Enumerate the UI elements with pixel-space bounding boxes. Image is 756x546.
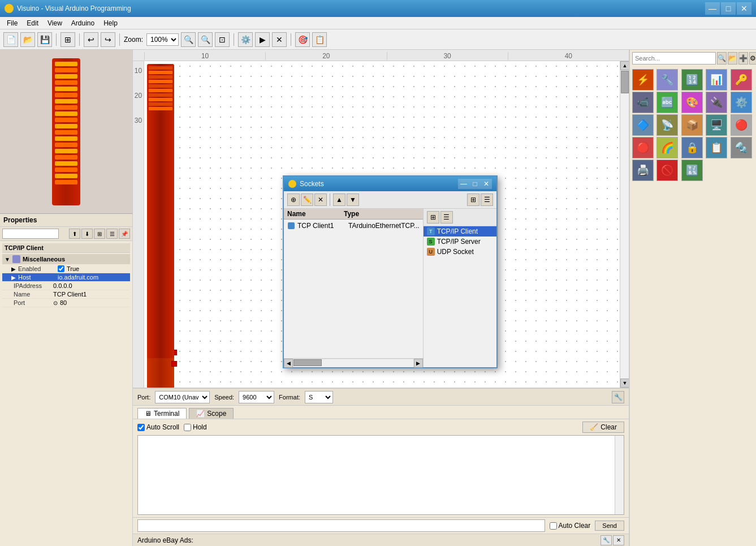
zoom-in-button[interactable]: 🔍 [198,32,213,47]
zoom-fit-button[interactable]: ⊡ [215,32,230,47]
comp-btn-15[interactable]: 🔴 [731,114,752,136]
comp-btn-22[interactable]: 🚫 [656,160,678,181]
prop-btn-2[interactable]: ⬇ [81,229,93,239]
filter-button[interactable]: 📂 [728,52,737,65]
prop-ipaddress[interactable]: IPAddress 0.0.0.0 [2,282,130,290]
tab-scope[interactable]: 📈 Scope [189,408,234,419]
comp-btn-13[interactable]: 📦 [681,114,703,136]
h-scroll-left[interactable]: ◀ [284,359,293,368]
comp-btn-3[interactable]: 🔢 [681,69,703,91]
comp-btn-21[interactable]: 🖨️ [632,160,654,181]
scrollbar-thumb[interactable] [621,71,629,93]
dialog-delete-btn[interactable]: ✕ [314,194,327,206]
zoom-select[interactable]: 50% 75% 100% 125% 150% 200% [146,33,179,46]
format-select[interactable]: S [305,391,333,403]
dialog-up-btn[interactable]: ▲ [333,194,345,206]
comp-btn-9[interactable]: 🔌 [706,92,727,113]
prop-section-misc[interactable]: ▼ Miscellaneous [2,254,130,264]
type-udp-socket[interactable]: U UDP Socket [424,247,496,257]
h-scroll-thumb[interactable] [293,359,322,366]
comp-btn-12[interactable]: 📡 [656,114,678,136]
prop-btn-1[interactable]: ⬆ [69,229,80,239]
prop-port[interactable]: Port ⊙ 80 [2,299,130,307]
prop-btn-3[interactable]: ⊞ [94,229,105,239]
dialog-item-1[interactable]: TCP Client1 TArduinoEthernetTCP... [285,221,422,231]
dialog-view1-btn[interactable]: ⊞ [467,194,479,206]
search-button[interactable]: 🔍 [717,52,727,65]
comp-btn-2[interactable]: 🔧 [656,69,678,91]
close-button[interactable]: ✕ [737,2,751,15]
menu-edit[interactable]: Edit [22,18,43,28]
menu-file[interactable]: File [2,18,22,28]
serial-input-field[interactable] [137,519,545,532]
prop-name[interactable]: Name TCP Client1 [2,290,130,299]
serial-output[interactable] [137,435,624,515]
serial-output-scrollbar[interactable] [615,436,624,514]
dialog-edit-btn[interactable]: ✏️ [301,194,313,206]
auto-clear-label[interactable]: Auto Clear [550,522,591,530]
prop-btn-4[interactable]: ☰ [106,229,118,239]
undo-button[interactable]: ↩ [84,32,98,47]
auto-clear-checkbox[interactable] [550,522,557,530]
comp-btn-6[interactable]: 📹 [632,92,654,113]
zoom-out-button[interactable]: 🔍 [181,32,196,47]
hold-label[interactable]: Hold [184,423,207,431]
h-scroll-right[interactable]: ▶ [414,359,423,368]
component-search-input[interactable] [632,52,716,65]
scroll-down-btn[interactable]: ▼ [620,379,629,388]
sockets-dialog[interactable]: Sockets — □ ✕ ⊕ ✏️ ✕ ▲ ▼ ⊞ ☰ Name Type [283,175,498,368]
dialog-down-btn[interactable]: ▼ [347,194,359,206]
dialog-add-btn[interactable]: ⊕ [287,194,300,206]
compile-button[interactable]: ⚙️ [238,32,253,47]
comp-btn-11[interactable]: 🔷 [632,114,654,136]
connector-2[interactable] [171,361,177,367]
comp-btn-14[interactable]: 🖥️ [706,114,727,136]
comp-btn-17[interactable]: 🌈 [656,137,678,158]
grid-button[interactable]: ⊞ [61,32,75,47]
delete-button[interactable]: ✕ [272,32,287,47]
minimize-button[interactable]: — [705,2,720,15]
dialog-view2-btn[interactable]: ☰ [481,194,493,206]
arduino-button[interactable]: 🎯 [295,32,310,47]
canvas-arduino-component[interactable] [147,64,174,358]
maximize-button[interactable]: □ [721,2,736,15]
properties-search[interactable] [2,229,59,239]
extra-button[interactable]: 📋 [312,32,327,47]
dialog-close[interactable]: ✕ [481,179,492,189]
type-tcp-client[interactable]: T TCP/IP Client [424,226,496,237]
comp-btn-19[interactable]: 📋 [706,137,727,158]
clear-button[interactable]: 🧹 Clear [582,422,624,433]
menu-view[interactable]: View [43,18,67,28]
types-view2[interactable]: ☰ [440,211,453,223]
open-button[interactable]: 📂 [20,32,35,47]
auto-scroll-label[interactable]: Auto Scroll [137,423,179,431]
port-select[interactable]: COM10 (Unav [155,391,210,403]
prop-enabled-checkbox[interactable] [58,265,64,272]
type-tcp-server[interactable]: S TCP/IP Server [424,237,496,247]
settings-button[interactable]: ⚙ [749,52,756,65]
auto-scroll-checkbox[interactable] [137,424,145,431]
hold-checkbox[interactable] [184,424,191,431]
dialog-minimize[interactable]: — [458,179,469,189]
prop-host[interactable]: ▶ Host io.adafruit.com [2,273,130,282]
new-button[interactable]: 📄 [3,32,18,47]
add-button[interactable]: ➕ [738,52,748,65]
speed-select[interactable]: 9600 115200 [239,391,274,403]
save-button[interactable]: 💾 [37,32,52,47]
comp-btn-5[interactable]: 🔑 [731,69,752,91]
prop-pin[interactable]: 📌 [119,229,130,239]
scroll-up-btn[interactable]: ▲ [620,61,629,70]
comp-btn-7[interactable]: 🔤 [656,92,678,113]
ads-btn-2[interactable]: ✕ [613,535,624,545]
comp-btn-8[interactable]: 🎨 [681,92,703,113]
comp-btn-20[interactable]: 🔩 [731,137,752,158]
comp-btn-1[interactable]: ⚡ [632,69,654,91]
comp-btn-18[interactable]: 🔒 [681,137,703,158]
types-view1[interactable]: ⊞ [427,211,439,223]
comp-btn-4[interactable]: 📊 [706,69,727,91]
menu-arduino[interactable]: Arduino [67,18,99,28]
dialog-maximize[interactable]: □ [469,179,481,189]
serial-wrench[interactable]: 🔧 [612,391,624,403]
ads-btn-1[interactable]: 🔧 [601,535,612,545]
upload-button[interactable]: ▶ [255,32,270,47]
